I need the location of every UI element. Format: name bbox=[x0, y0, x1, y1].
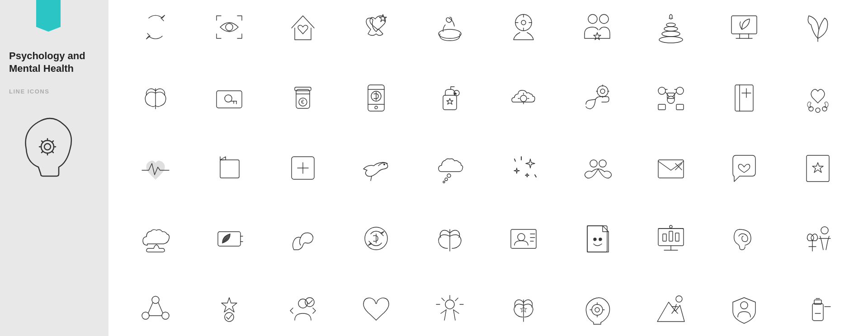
icon-undo-frame bbox=[196, 135, 263, 201]
svg-point-80 bbox=[443, 181, 445, 183]
icon-recycle-arrows bbox=[122, 0, 189, 61]
icon-target-person bbox=[490, 0, 557, 61]
icon-heart-people bbox=[564, 135, 631, 201]
svg-marker-90 bbox=[812, 163, 823, 173]
icon-zen-stones bbox=[637, 0, 704, 61]
svg-point-139 bbox=[676, 296, 682, 302]
svg-point-113 bbox=[821, 227, 828, 234]
svg-marker-48 bbox=[447, 98, 453, 104]
svg-point-103 bbox=[594, 238, 596, 241]
icon-person-rays bbox=[416, 275, 483, 336]
svg-point-112 bbox=[670, 225, 672, 228]
icon-stars-check bbox=[196, 275, 263, 336]
bookmark-icon bbox=[36, 0, 61, 32]
svg-point-84 bbox=[590, 160, 597, 167]
svg-line-119 bbox=[148, 303, 153, 313]
svg-rect-89 bbox=[807, 155, 829, 182]
svg-point-79 bbox=[445, 178, 448, 181]
svg-rect-97 bbox=[511, 229, 536, 248]
icon-medical-cross-box bbox=[269, 135, 336, 201]
svg-point-18 bbox=[521, 20, 526, 25]
svg-point-1 bbox=[44, 144, 51, 150]
icon-magic-stars bbox=[490, 135, 557, 201]
svg-rect-86 bbox=[658, 160, 684, 178]
icon-bottle-minus bbox=[784, 275, 851, 336]
svg-rect-26 bbox=[731, 16, 757, 34]
icon-leaves bbox=[784, 0, 851, 61]
svg-point-78 bbox=[447, 174, 451, 177]
svg-rect-47 bbox=[443, 95, 457, 110]
svg-point-55 bbox=[597, 86, 608, 97]
icon-broken-heart bbox=[343, 275, 410, 336]
svg-rect-64 bbox=[658, 104, 665, 110]
svg-point-104 bbox=[599, 238, 602, 241]
icon-battery-leaf bbox=[196, 205, 263, 272]
svg-point-72 bbox=[816, 108, 820, 112]
icon-monitor-leaf bbox=[711, 0, 778, 61]
icon-certificate-person bbox=[490, 205, 557, 272]
icon-speech-heart bbox=[711, 135, 778, 201]
icon-home-heart bbox=[269, 0, 336, 61]
icon-two-people-star bbox=[564, 0, 631, 61]
icon-heartbeat bbox=[122, 135, 189, 201]
svg-rect-110 bbox=[675, 233, 679, 241]
svg-point-62 bbox=[676, 87, 684, 94]
icon-dove bbox=[343, 135, 410, 201]
icon-eye-scan bbox=[196, 0, 263, 61]
icon-circles-connected bbox=[122, 275, 189, 336]
icon-recycle-dollar bbox=[343, 205, 410, 272]
icon-ear bbox=[711, 205, 778, 272]
svg-rect-109 bbox=[669, 231, 673, 241]
icon-smiley-document bbox=[564, 205, 631, 272]
svg-point-133 bbox=[592, 304, 603, 315]
svg-point-20 bbox=[599, 14, 609, 23]
svg-rect-73 bbox=[220, 160, 239, 178]
svg-rect-31 bbox=[217, 91, 242, 108]
icon-flower-star bbox=[490, 275, 557, 336]
icon-star-frame bbox=[784, 135, 851, 201]
left-panel: Psychology and Mental Health LINE ICONS bbox=[0, 0, 108, 336]
svg-rect-108 bbox=[663, 234, 666, 241]
svg-rect-65 bbox=[676, 104, 684, 110]
svg-point-23 bbox=[662, 31, 680, 37]
svg-rect-91 bbox=[218, 232, 241, 246]
icon-person-heart bbox=[784, 205, 851, 272]
icon-cross-book bbox=[711, 64, 778, 131]
svg-rect-142 bbox=[812, 303, 823, 321]
svg-rect-67 bbox=[735, 85, 753, 111]
icon-gear-hand bbox=[564, 64, 631, 131]
icon-gear-head bbox=[564, 275, 631, 336]
icon-mortar-pestle bbox=[416, 0, 483, 61]
svg-point-10 bbox=[226, 23, 233, 31]
svg-line-8 bbox=[52, 141, 53, 142]
svg-point-12 bbox=[439, 29, 461, 38]
svg-line-129 bbox=[455, 298, 458, 301]
icon-brain bbox=[122, 64, 189, 131]
svg-point-50 bbox=[520, 95, 527, 102]
svg-line-83 bbox=[535, 175, 536, 177]
icon-mountain-person bbox=[637, 275, 704, 336]
icon-soap-star bbox=[416, 64, 483, 131]
svg-point-63 bbox=[667, 96, 675, 103]
svg-line-6 bbox=[42, 141, 43, 142]
svg-point-124 bbox=[298, 299, 307, 308]
right-panel: € bbox=[108, 0, 868, 336]
page-title: Psychology and Mental Health bbox=[9, 50, 99, 75]
svg-point-24 bbox=[664, 27, 678, 31]
svg-point-77 bbox=[383, 163, 385, 165]
icon-cloud-small bbox=[122, 205, 189, 272]
svg-point-98 bbox=[518, 233, 525, 241]
svg-line-128 bbox=[442, 298, 444, 301]
svg-line-9 bbox=[42, 151, 43, 153]
icon-presentation-chart bbox=[637, 205, 704, 272]
svg-point-44 bbox=[375, 106, 377, 109]
svg-rect-38 bbox=[295, 87, 311, 91]
svg-point-56 bbox=[600, 89, 605, 93]
svg-point-123 bbox=[225, 313, 234, 322]
svg-point-141 bbox=[741, 302, 748, 309]
svg-line-120 bbox=[158, 303, 163, 313]
icon-hearts-star bbox=[343, 0, 410, 61]
icon-shield-person bbox=[711, 275, 778, 336]
icon-phone-dollar bbox=[343, 64, 410, 131]
svg-point-85 bbox=[599, 160, 606, 167]
